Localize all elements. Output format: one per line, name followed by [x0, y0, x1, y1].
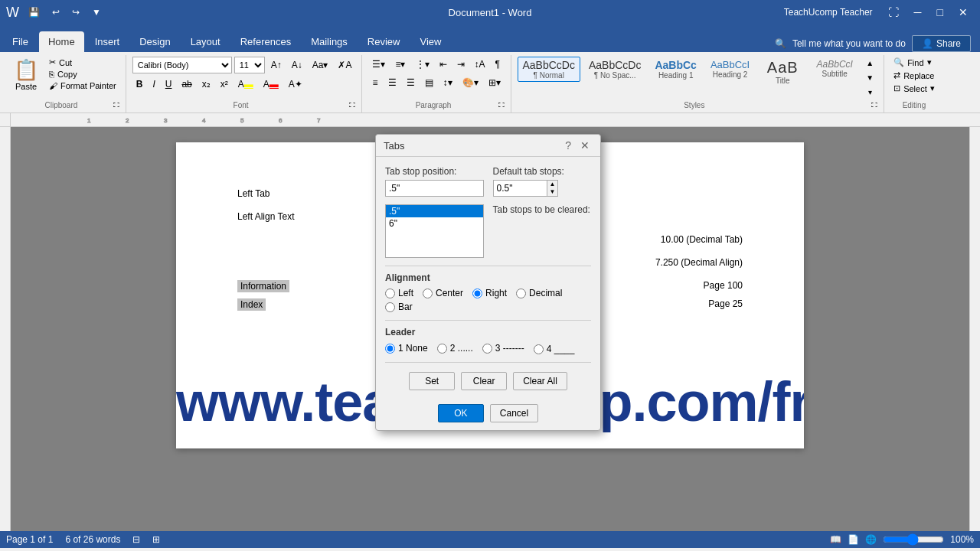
zoom-slider[interactable] — [883, 533, 944, 546]
tab-insert[interactable]: Insert — [86, 31, 129, 52]
align-center-btn[interactable]: ☰ — [384, 75, 400, 90]
maximize-btn[interactable]: □ — [931, 5, 949, 20]
default-tabs-down-btn[interactable]: ▼ — [547, 188, 558, 196]
read-mode-btn[interactable]: 📖 — [830, 534, 841, 545]
leader-none-option[interactable]: 1 None — [385, 342, 428, 354]
web-layout-btn[interactable]: 🌐 — [865, 534, 877, 545]
listbox-item-0.5[interactable]: .5" — [386, 205, 483, 217]
align-center-radio[interactable] — [423, 289, 433, 298]
paste-button[interactable]: 📋 Paste — [9, 57, 43, 93]
grow-font-btn[interactable]: A↑ — [267, 57, 286, 73]
line-spacing-btn[interactable]: ↕▾ — [439, 75, 456, 90]
font-name-select[interactable]: Calibri (Body) — [132, 57, 232, 73]
listbox-item-6[interactable]: 6" — [386, 217, 483, 230]
text-effects-btn[interactable]: A✦ — [285, 77, 306, 92]
tab-home[interactable]: Home — [39, 31, 84, 52]
close-btn[interactable]: ✕ — [952, 5, 974, 20]
styles-more[interactable]: ▾ — [862, 86, 877, 99]
shrink-font-btn[interactable]: A↓ — [288, 57, 306, 73]
style-heading1[interactable]: AaBbCc Heading 1 — [649, 57, 701, 82]
styles-scroll-up[interactable]: ▲ — [862, 57, 877, 70]
default-tabs-up-btn[interactable]: ▲ — [547, 181, 558, 188]
decrease-indent-btn[interactable]: ⇤ — [436, 57, 451, 72]
bold-btn[interactable]: B — [132, 77, 147, 92]
leader-underline-option[interactable]: 4 ____ — [534, 344, 575, 354]
copy-button[interactable]: ⎘ Copy — [46, 69, 119, 80]
styles-scroll[interactable]: ▲ ▼ ▾ — [862, 57, 877, 99]
increase-indent-btn[interactable]: ⇥ — [453, 57, 469, 72]
align-right-btn[interactable]: ☰ — [403, 75, 419, 90]
tab-file[interactable]: File — [3, 31, 38, 52]
align-decimal-radio[interactable] — [516, 289, 526, 298]
justify-btn[interactable]: ▤ — [421, 75, 437, 90]
tab-mailings[interactable]: Mailings — [302, 31, 357, 52]
align-bar-option[interactable]: Bar — [385, 302, 413, 312]
select-button[interactable]: ⊡ Select ▾ — [890, 83, 938, 94]
clear-formatting-btn[interactable]: ✗A — [334, 57, 355, 73]
align-left-btn[interactable]: ≡ — [368, 75, 381, 90]
qat-undo[interactable]: ↩ — [49, 5, 63, 19]
minimize-btn[interactable]: ─ — [908, 5, 928, 20]
leader-dashes-option[interactable]: 3 ------- — [482, 342, 524, 354]
style-title[interactable]: AaB Title — [758, 57, 807, 87]
align-left-radio[interactable] — [385, 289, 395, 298]
superscript-btn[interactable]: x² — [217, 77, 232, 92]
borders-btn[interactable]: ⊞▾ — [485, 75, 505, 90]
format-painter-button[interactable]: 🖌 Format Painter — [46, 80, 119, 91]
italic-btn[interactable]: I — [149, 77, 158, 92]
styles-scroll-down[interactable]: ▼ — [862, 71, 877, 84]
default-tabs-input[interactable] — [493, 180, 547, 197]
strikethrough-btn[interactable]: ab — [178, 77, 195, 92]
qat-redo[interactable]: ↪ — [69, 5, 83, 19]
tab-references[interactable]: References — [231, 31, 300, 52]
cut-button[interactable]: ✂ Cut — [46, 57, 119, 68]
align-center-option[interactable]: Center — [423, 288, 463, 298]
leader-dashes-radio[interactable] — [482, 344, 492, 354]
clipboard-expand-icon[interactable]: ⛶ — [113, 102, 119, 109]
multilevel-btn[interactable]: ⋮▾ — [412, 57, 433, 72]
ok-button[interactable]: OK — [438, 404, 484, 422]
tab-layout[interactable]: Layout — [181, 31, 230, 52]
numbering-btn[interactable]: ≡▾ — [391, 57, 409, 72]
clear-all-button[interactable]: Clear All — [513, 372, 567, 390]
align-right-option[interactable]: Right — [472, 288, 507, 298]
tab-design[interactable]: Design — [130, 31, 179, 52]
font-color-btn[interactable]: A▬ — [260, 77, 283, 92]
leader-dots-option[interactable]: 2 ...... — [437, 342, 473, 354]
leader-underline-radio[interactable] — [534, 344, 544, 354]
layout-icon[interactable]: ⊟ — [132, 534, 140, 545]
share-button[interactable]: 👤 Share — [912, 35, 971, 52]
replace-button[interactable]: ⇄ Replace — [890, 70, 937, 81]
tab-stop-input[interactable] — [385, 180, 484, 197]
show-formatting-btn[interactable]: ¶ — [492, 57, 504, 72]
ribbon-display-btn[interactable]: ⛶ — [882, 5, 905, 20]
print-layout-btn[interactable]: 📄 — [848, 534, 859, 545]
qat-dropdown[interactable]: ▼ — [89, 5, 104, 19]
dialog-help-btn[interactable]: ? — [562, 139, 574, 152]
font-size-select[interactable]: 11 — [234, 57, 265, 73]
change-case-btn[interactable]: Aa▾ — [309, 57, 332, 73]
find-button[interactable]: 🔍 Find ▾ — [890, 57, 934, 68]
cancel-button[interactable]: Cancel — [490, 404, 538, 422]
dialog-close-btn[interactable]: ✕ — [577, 139, 593, 152]
style-subtitle[interactable]: AaBbCcI Subtitle — [810, 57, 859, 80]
qat-save[interactable]: 💾 — [25, 5, 43, 19]
subscript-btn[interactable]: x₂ — [198, 77, 214, 92]
sort-btn[interactable]: ↕A — [471, 57, 489, 72]
set-button[interactable]: Set — [409, 372, 455, 390]
para-expand-icon[interactable]: ⛶ — [498, 102, 505, 109]
leader-dots-radio[interactable] — [437, 344, 447, 354]
style-normal[interactable]: AaBbCcDc ¶ Normal — [518, 57, 580, 82]
align-left-option[interactable]: Left — [385, 288, 413, 298]
shading-btn[interactable]: 🎨▾ — [459, 75, 482, 90]
underline-btn[interactable]: U — [162, 77, 176, 92]
leader-none-radio[interactable] — [385, 344, 395, 354]
scrollbar[interactable] — [969, 127, 980, 531]
tell-me-input[interactable]: Tell me what you want to do — [792, 38, 906, 49]
clear-button[interactable]: Clear — [461, 372, 507, 390]
align-bar-radio[interactable] — [385, 302, 395, 312]
tab-stops-listbox[interactable]: .5" 6" — [385, 204, 484, 258]
tab-review[interactable]: Review — [358, 31, 410, 52]
text-highlight-btn[interactable]: A▬ — [234, 77, 257, 92]
align-right-radio[interactable] — [472, 289, 482, 298]
